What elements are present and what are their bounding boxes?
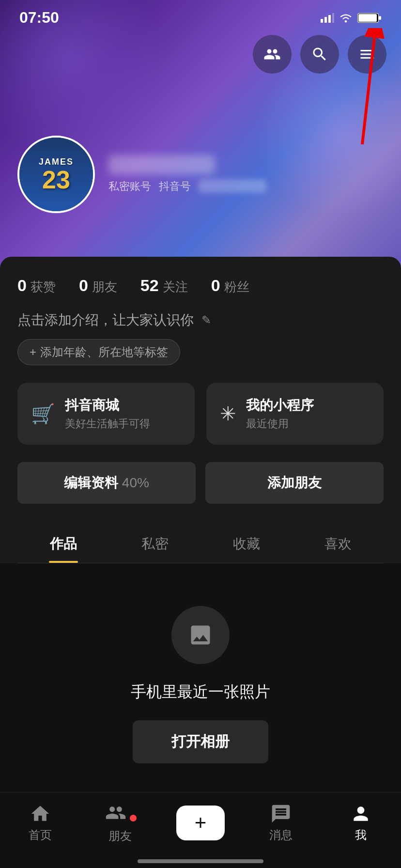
miniapp-card[interactable]: ✳ 我的小程序 最近使用 xyxy=(206,383,384,445)
stat-likes[interactable]: 0 获赞 xyxy=(17,276,56,295)
friends-notification-dot xyxy=(130,815,137,822)
messages-icon xyxy=(270,803,292,824)
followers-label: 粉丝 xyxy=(224,279,249,295)
open-album-button[interactable]: 打开相册 xyxy=(133,720,268,763)
bio-row[interactable]: 点击添加介绍，让大家认识你 ✎ xyxy=(17,311,384,329)
nav-me-label: 我 xyxy=(355,827,367,843)
jersey-image: JAMES 23 xyxy=(19,138,93,211)
menu-icon xyxy=(358,46,376,63)
content-tabs: 作品 私密 收藏 喜欢 xyxy=(17,523,384,563)
miniapp-subtitle: 最近使用 xyxy=(246,417,314,431)
edit-label: 编辑资料 xyxy=(64,475,118,490)
tab-works[interactable]: 作品 xyxy=(17,523,109,563)
likes-label: 获赞 xyxy=(31,279,56,295)
bio-edit-icon[interactable]: ✎ xyxy=(201,313,211,327)
miniapp-title: 我的小程序 xyxy=(246,396,314,415)
svg-rect-8 xyxy=(379,16,381,20)
avatar-area: JAMES 23 私密账号 抖音号 xyxy=(17,136,266,213)
status-bar: 07:50 xyxy=(0,0,401,31)
signal-icon xyxy=(321,13,334,23)
tab-likes[interactable]: 喜欢 xyxy=(292,523,384,563)
menu-button[interactable] xyxy=(348,35,386,74)
home-indicator xyxy=(138,859,263,863)
friends-icon xyxy=(263,46,281,63)
empty-content-area: 手机里最近一张照片 打开相册 xyxy=(0,563,401,806)
profile-header: JAMES 23 私密账号 抖音号 xyxy=(0,0,401,271)
user-sub-info: 私密账号 抖音号 xyxy=(108,179,266,194)
private-account-label: 私密账号 xyxy=(108,179,151,194)
create-button[interactable]: + xyxy=(176,806,225,840)
douyin-id-blurred xyxy=(199,179,266,193)
followers-count: 0 xyxy=(211,276,220,295)
battery-icon xyxy=(357,12,382,24)
nav-friends[interactable]: 朋友 xyxy=(80,802,161,844)
add-tags-button[interactable]: + 添加年龄、所在地等标签 xyxy=(17,339,180,365)
tab-collect[interactable]: 收藏 xyxy=(200,523,292,563)
edit-completion: 40% xyxy=(122,475,149,490)
user-info: 私密账号 抖音号 xyxy=(108,155,266,194)
photo-icon xyxy=(188,622,213,648)
wifi-icon xyxy=(339,13,353,23)
nav-friends-label: 朋友 xyxy=(108,828,132,844)
svg-rect-1 xyxy=(324,17,327,23)
shop-card-texts: 抖音商城 美好生活触手可得 xyxy=(65,396,150,431)
nav-home-label: 首页 xyxy=(29,827,52,843)
search-icon xyxy=(311,46,328,63)
username-blurred xyxy=(108,155,215,174)
shop-card[interactable]: 🛒 抖音商城 美好生活触手可得 xyxy=(17,383,195,445)
bottom-nav: 首页 朋友 + 消息 我 xyxy=(0,792,401,868)
add-friend-button[interactable]: 添加朋友 xyxy=(205,462,384,504)
quick-cards: 🛒 抖音商城 美好生活触手可得 ✳ 我的小程序 最近使用 xyxy=(17,383,384,445)
tag-plus-icon: + xyxy=(30,345,36,359)
nav-home[interactable]: 首页 xyxy=(0,803,80,843)
nav-create[interactable]: + xyxy=(160,806,241,840)
friends-button[interactable] xyxy=(253,35,292,74)
svg-rect-3 xyxy=(332,13,334,23)
nav-me[interactable]: 我 xyxy=(321,803,401,843)
tab-private-label: 私密 xyxy=(141,536,169,551)
profile-icon xyxy=(350,803,371,824)
tag-label: 添加年龄、所在地等标签 xyxy=(40,344,168,360)
home-icon xyxy=(30,803,51,824)
douyin-id-label: 抖音号 xyxy=(159,179,191,194)
stats-panel: 0 获赞 0 朋友 52 关注 0 粉丝 点击添加介绍，让大家认识你 ✎ + 添… xyxy=(0,257,401,563)
miniapp-card-texts: 我的小程序 最近使用 xyxy=(246,396,314,431)
friends-label: 朋友 xyxy=(92,279,117,295)
photo-icon-circle xyxy=(171,606,230,664)
friends-count: 0 xyxy=(79,276,88,295)
shop-subtitle: 美好生活触手可得 xyxy=(65,417,150,431)
likes-count: 0 xyxy=(17,276,27,295)
following-count: 52 xyxy=(140,276,159,295)
search-button[interactable] xyxy=(300,35,339,74)
status-time: 07:50 xyxy=(19,9,59,27)
nav-messages-label: 消息 xyxy=(269,827,293,843)
nav-friends-icon xyxy=(105,802,126,823)
profile-action-buttons: 编辑资料 40% 添加朋友 xyxy=(17,462,384,504)
header-actions xyxy=(253,35,386,74)
stat-friends[interactable]: 0 朋友 xyxy=(79,276,117,295)
add-friend-label: 添加朋友 xyxy=(267,475,322,490)
jersey-number-text: 23 xyxy=(42,167,70,192)
following-label: 关注 xyxy=(163,279,188,295)
svg-point-4 xyxy=(345,20,347,23)
svg-rect-0 xyxy=(321,19,323,23)
stat-followers[interactable]: 0 粉丝 xyxy=(211,276,249,295)
tab-private[interactable]: 私密 xyxy=(109,523,200,563)
tab-collect-label: 收藏 xyxy=(233,536,260,551)
nav-friends-icon-wrap xyxy=(105,802,135,825)
edit-profile-button[interactable]: 编辑资料 40% xyxy=(17,462,196,504)
status-icons xyxy=(321,12,382,24)
svg-rect-2 xyxy=(328,15,331,23)
shop-title: 抖音商城 xyxy=(65,396,150,415)
create-plus-icon: + xyxy=(195,811,207,835)
tab-likes-label: 喜欢 xyxy=(324,536,352,551)
shop-icon: 🛒 xyxy=(31,403,55,425)
empty-content-title: 手机里最近一张照片 xyxy=(131,682,270,703)
miniapp-icon: ✳ xyxy=(220,403,236,425)
stats-row: 0 获赞 0 朋友 52 关注 0 粉丝 xyxy=(17,276,384,295)
stat-following[interactable]: 52 关注 xyxy=(140,276,188,295)
bio-placeholder: 点击添加介绍，让大家认识你 xyxy=(17,311,194,329)
avatar[interactable]: JAMES 23 xyxy=(17,136,95,213)
nav-messages[interactable]: 消息 xyxy=(241,803,321,843)
tab-works-label: 作品 xyxy=(50,536,77,551)
